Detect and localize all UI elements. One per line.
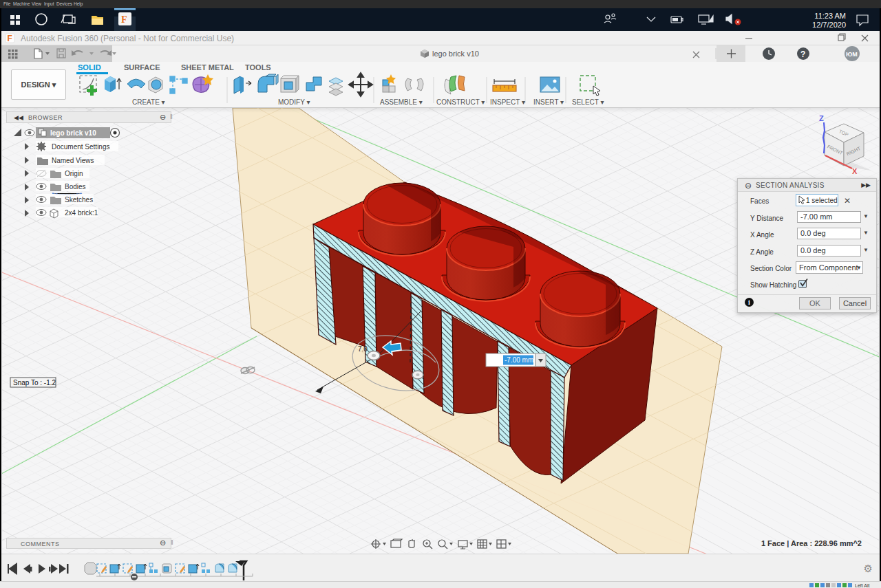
svg-text:Left Alt: Left Alt bbox=[855, 583, 869, 588]
svg-text:ЮМ: ЮМ bbox=[846, 51, 858, 58]
svg-text:-7.00 mm: -7.00 mm bbox=[505, 356, 533, 364]
svg-text:Snap To : -1.2: Snap To : -1.2 bbox=[13, 379, 56, 386]
svg-text:Z: Z bbox=[819, 114, 824, 122]
svg-text:F: F bbox=[8, 34, 12, 43]
svg-text:lego brick v10: lego brick v10 bbox=[50, 129, 96, 137]
svg-text:Sketches: Sketches bbox=[65, 196, 93, 204]
svg-text:X: X bbox=[852, 167, 858, 175]
svg-text:Document Settings: Document Settings bbox=[52, 143, 110, 151]
svg-text:Bodies: Bodies bbox=[65, 183, 86, 190]
svg-text:12/7/2020: 12/7/2020 bbox=[812, 21, 846, 29]
svg-text:?: ? bbox=[800, 50, 805, 59]
svg-text:Origin: Origin bbox=[65, 170, 83, 177]
svg-text:2x4 brick:1: 2x4 brick:1 bbox=[65, 209, 98, 217]
svg-text:F: F bbox=[121, 14, 127, 25]
svg-text:Named Views: Named Views bbox=[52, 157, 94, 164]
svg-text:lego brick v10: lego brick v10 bbox=[432, 50, 479, 58]
svg-text:Autodesk Fusion 360 (Personal: Autodesk Fusion 360 (Personal - Not for … bbox=[21, 34, 234, 43]
svg-text:11:23 AM: 11:23 AM bbox=[814, 12, 846, 20]
svg-text:7.0: 7.0 bbox=[358, 345, 368, 353]
